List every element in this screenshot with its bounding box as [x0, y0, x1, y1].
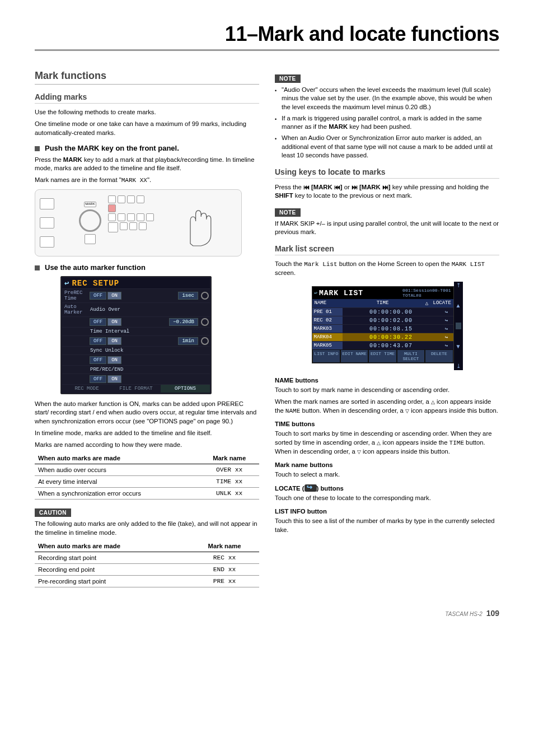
front-panel-illustration: MARK	[35, 189, 242, 256]
right-column: NOTE "Audio Over" occurs when the level …	[275, 70, 499, 592]
para: Touch to sort by mark name in descending…	[275, 386, 499, 394]
para: Press the ⏮ [MARK ⏮] or ⏭ [MARK ⏭] key w…	[275, 183, 499, 200]
subsection-mark-list: Mark list screen	[275, 244, 499, 255]
caution-tag: CAUTION	[35, 508, 71, 517]
para: Marks are named according to how they we…	[35, 441, 259, 449]
para: One timeline mode or one take can have a…	[35, 120, 259, 137]
para: Touch to sort marks by time in descendin…	[275, 430, 499, 455]
note-tag: NOTE	[275, 208, 301, 217]
para: Mark names are in the format "MARK XX".	[35, 176, 259, 185]
subsection-keys-locate: Using keys to locate to marks	[275, 167, 499, 179]
para: Press the MARK key to add a mark at that…	[35, 156, 259, 173]
page-footer: TASCAM HS-2 109	[35, 609, 499, 618]
heading-name-buttons: NAME buttons	[275, 377, 499, 384]
para: Touch the Mark List button on the Home S…	[275, 260, 499, 277]
para: Use the following methods to create mark…	[35, 108, 259, 116]
hand-icon	[174, 203, 224, 248]
sub-auto-marker: Use the auto marker function	[35, 263, 259, 272]
para: When the mark names are sorted in ascend…	[275, 398, 499, 415]
para: The following auto marks are only added …	[35, 520, 259, 537]
note-tag: NOTE	[275, 74, 301, 83]
chapter-title: 11–Mark and locate functions	[35, 22, 499, 51]
section-mark-functions: Mark functions	[35, 70, 259, 85]
para: If MARK SKIP +/– is input using parallel…	[275, 220, 499, 237]
para: Touch this to see a list of the number o…	[275, 517, 499, 534]
rec-setup-screen: ↩REC SETUP PreREC Time OFF ON 1sec Auto …	[60, 276, 212, 394]
sub-push-mark-key: Push the MARK key on the front panel.	[35, 144, 259, 152]
subsection-adding-marks: Adding marks	[35, 92, 259, 104]
locate-icon	[305, 484, 317, 492]
heading-time-buttons: TIME buttons	[275, 421, 499, 427]
heading-locate-buttons: LOCATE () buttons	[275, 484, 499, 492]
note-list: "Audio Over" occurs when the level excee…	[275, 86, 499, 160]
para: Touch one of these to locate to the corr…	[275, 494, 499, 502]
para: When the auto marker function is ON, mar…	[35, 400, 259, 426]
para: Touch to select a mark.	[275, 470, 499, 479]
left-column: Mark functions Adding marks Use the foll…	[35, 70, 259, 592]
auto-marks-table-2: When auto marks are made Mark name Recor…	[35, 540, 259, 587]
heading-list-info-button: LIST INFO button	[275, 508, 499, 515]
mark-list-screen: ↩ MARK LIST 001:Session00-T001TOTAL#8 NA…	[312, 282, 463, 370]
para: In timeline mode, marks are added to the…	[35, 429, 259, 437]
auto-marks-table-1: When auto marks are made Mark name When …	[35, 452, 259, 500]
heading-mark-name-buttons: Mark name buttons	[275, 461, 499, 468]
